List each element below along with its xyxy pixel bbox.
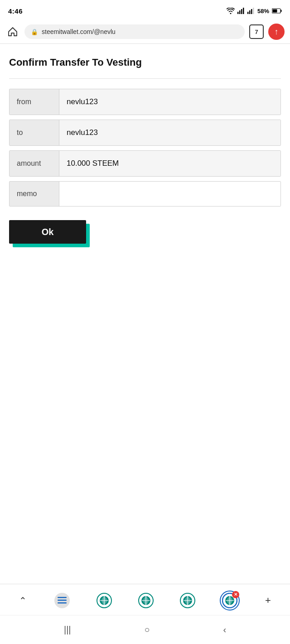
browser-tab-3-icon <box>180 593 195 608</box>
memo-row: memo <box>9 181 281 207</box>
android-back-button[interactable]: ||| <box>56 621 79 639</box>
signal-icon <box>237 8 245 14</box>
menu-icon <box>54 593 70 608</box>
battery-level: 58% <box>257 8 269 14</box>
menu-button[interactable] <box>52 591 72 610</box>
ok-button-wrapper: Ok <box>9 220 86 244</box>
svg-rect-3 <box>243 8 244 14</box>
active-tab-button[interactable]: ✕ <box>220 591 240 610</box>
svg-rect-10 <box>273 10 277 13</box>
to-row: to nevlu123 <box>9 120 281 146</box>
status-right: 58% <box>227 8 282 14</box>
bottom-nav-row: ⌃ <box>0 589 290 612</box>
svg-rect-0 <box>237 12 239 14</box>
page-title: Confirm Transfer To Vesting <box>9 57 281 68</box>
tab-count-button[interactable]: 7 <box>249 24 264 39</box>
android-home-button[interactable]: ○ <box>136 621 158 639</box>
svg-rect-7 <box>253 8 254 14</box>
to-label: to <box>10 120 59 145</box>
svg-rect-5 <box>249 10 251 14</box>
page-content: Confirm Transfer To Vesting from nevlu12… <box>0 44 290 418</box>
status-bar: 4:46 58% <box>0 0 290 20</box>
spacer <box>0 418 290 584</box>
svg-rect-11 <box>58 597 67 598</box>
browser-bar: 🔒 steemitwallet.com/@nevlu 7 ↑ <box>0 20 290 44</box>
svg-rect-9 <box>281 10 282 12</box>
chevron-up-button[interactable]: ⌃ <box>15 591 30 610</box>
close-badge: ✕ <box>232 591 239 598</box>
ok-button[interactable]: Ok <box>9 220 86 244</box>
signal2-icon <box>247 8 255 14</box>
browser-tab-2-icon <box>138 593 154 608</box>
new-tab-button[interactable]: + <box>261 591 275 610</box>
close-icon: ✕ <box>234 592 237 597</box>
url-text: steemitwallet.com/@nevlu <box>42 28 116 35</box>
divider <box>9 78 281 79</box>
svg-rect-4 <box>247 12 249 14</box>
amount-row: amount 10.000 STEEM <box>9 150 281 177</box>
url-bar[interactable]: 🔒 steemitwallet.com/@nevlu <box>24 24 245 39</box>
upload-button[interactable]: ↑ <box>268 24 285 40</box>
status-time: 4:46 <box>8 7 23 15</box>
svg-rect-13 <box>58 602 67 604</box>
from-row: from nevlu123 <box>9 89 281 115</box>
home-button[interactable] <box>5 24 20 39</box>
memo-value <box>59 182 280 206</box>
browser-tab-2-button[interactable] <box>136 591 156 610</box>
from-value: nevlu123 <box>59 89 280 115</box>
wifi-icon <box>227 8 235 14</box>
to-value: nevlu123 <box>59 120 280 145</box>
lock-icon: 🔒 <box>31 29 38 35</box>
svg-rect-12 <box>58 600 67 601</box>
browser-tab-3-button[interactable] <box>178 591 198 610</box>
bottom-nav: ⌃ <box>0 584 290 615</box>
browser-tab-1-icon <box>97 593 112 608</box>
upload-arrow-icon: ↑ <box>275 28 279 36</box>
svg-rect-2 <box>241 9 242 14</box>
active-tab-icon: ✕ <box>222 593 237 608</box>
from-label: from <box>10 89 59 115</box>
amount-label: amount <box>10 151 59 176</box>
svg-rect-1 <box>239 10 241 14</box>
svg-rect-6 <box>251 9 252 14</box>
amount-value: 10.000 STEEM <box>59 151 280 176</box>
android-nav: ||| ○ ‹ <box>0 615 290 644</box>
memo-label: memo <box>10 182 59 206</box>
battery-icon <box>272 8 282 14</box>
android-recents-button[interactable]: ‹ <box>215 621 234 639</box>
browser-tab-1-button[interactable] <box>94 591 114 610</box>
